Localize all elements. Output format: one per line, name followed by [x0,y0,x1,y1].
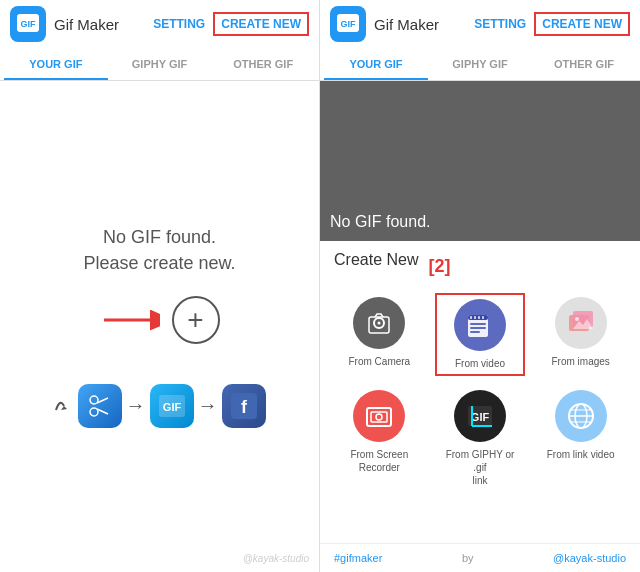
gif-preview-area: No GIF found. [320,81,640,241]
right-tab-your-gif[interactable]: YOUR GIF [324,48,428,80]
from-link-label: From link video [547,448,615,461]
right-bottom-bar: #gifmaker by @kayak-studio [320,543,640,572]
svg-point-6 [90,408,98,416]
svg-rect-24 [470,323,486,325]
svg-rect-22 [478,316,480,319]
svg-text:GIF: GIF [162,401,181,413]
left-setting-button[interactable]: SETTING [153,17,205,31]
left-app-logo: GIF [10,6,46,42]
bottom-tag: #gifmaker [334,552,382,564]
left-watermark: @kayak-studio [243,553,309,564]
from-images-option[interactable]: From images [535,293,626,376]
camera-icon [353,297,405,349]
from-giphy-label: From GIPHY or .giflink [439,448,522,487]
arrow-plus-row: + [100,296,220,344]
svg-text:f: f [241,397,248,417]
left-header-nav: SETTING CREATE NEW [153,12,309,36]
right-header-nav: SETTING CREATE NEW [474,12,630,36]
svg-rect-26 [470,331,480,333]
svg-rect-17 [369,317,389,333]
svg-text:GIF: GIF [341,19,357,29]
annotation-2: [2] [428,256,450,277]
from-video-option[interactable]: From video [435,293,526,376]
left-logo-text: GIF [16,11,40,38]
left-panel: GIF Gif Maker SETTING CREATE NEW YOUR GI… [0,0,320,572]
left-create-new-button[interactable]: CREATE NEW [213,12,309,36]
right-logo-text: GIF [336,11,360,38]
left-content: No GIF found.Please create new. + [0,81,319,572]
svg-point-33 [376,414,382,420]
facebook-icon: f [222,384,266,428]
workflow-arrow-1 [54,396,74,416]
right-create-new-button[interactable]: CREATE NEW [534,12,630,36]
svg-rect-21 [474,316,476,319]
create-options-grid: From Camera [334,293,626,491]
left-tabs: YOUR GIF GIPHY GIF OTHER GIF [0,48,319,81]
screen-recorder-icon [353,390,405,442]
right-app-title: Gif Maker [374,16,474,33]
right-app-logo: GIF [330,6,366,42]
right-create-new-label: CREATE NEW [542,17,622,31]
scissors-icon [78,384,122,428]
right-no-gif-text: No GIF found. [330,213,431,231]
left-header: GIF Gif Maker SETTING CREATE NEW [0,0,319,48]
bottom-brand: @kayak-studio [553,552,626,564]
workflow-arrow-2: → [126,394,146,417]
create-new-title: Create New [334,251,418,269]
left-tab-your-gif[interactable]: YOUR GIF [4,48,108,80]
link-video-icon [555,390,607,442]
workflow-arrow-3: → [198,394,218,417]
left-tab-giphy-gif[interactable]: GIPHY GIF [108,48,212,80]
right-setting-button[interactable]: SETTING [474,17,526,31]
svg-text:GIF: GIF [471,411,490,423]
from-images-label: From images [551,355,609,368]
svg-rect-20 [470,316,472,319]
svg-rect-25 [470,327,486,329]
from-link-option[interactable]: From link video [535,386,626,491]
create-new-section: Create New [2] From Camera [320,241,640,501]
right-header: GIF Gif Maker SETTING CREATE NEW [320,0,640,48]
right-panel: GIF Gif Maker SETTING CREATE NEW YOUR GI… [320,0,640,572]
from-video-label: From video [455,357,505,370]
from-screen-option[interactable]: From ScreenRecorder [334,386,425,491]
svg-point-5 [90,396,98,404]
svg-marker-4 [61,406,67,410]
giphy-icon: GIF [454,390,506,442]
video-icon [454,299,506,351]
svg-text:GIF: GIF [21,19,37,29]
svg-rect-23 [482,316,484,319]
right-tabs: YOUR GIF GIPHY GIF OTHER GIF [320,48,640,81]
red-arrow [100,306,160,334]
gif-icon: GIF [150,384,194,428]
right-content: No GIF found. Create New [2] [320,81,640,572]
from-screen-label: From ScreenRecorder [350,448,408,474]
add-button[interactable]: + [172,296,220,344]
from-camera-label: From Camera [348,355,410,368]
from-camera-option[interactable]: From Camera [334,293,425,376]
right-tab-giphy-gif[interactable]: GIPHY GIF [428,48,532,80]
left-app-title: Gif Maker [54,16,153,33]
bottom-by: by [462,552,474,564]
plus-icon: + [187,306,203,334]
no-gif-message: No GIF found.Please create new. [83,225,235,275]
svg-point-16 [378,322,381,325]
left-tab-other-gif[interactable]: OTHER GIF [211,48,315,80]
images-icon [555,297,607,349]
from-giphy-option[interactable]: GIF From GIPHY or .giflink [435,386,526,491]
workflow-icons: → GIF → f [54,384,266,428]
svg-point-30 [575,317,579,321]
right-tab-other-gif[interactable]: OTHER GIF [532,48,636,80]
